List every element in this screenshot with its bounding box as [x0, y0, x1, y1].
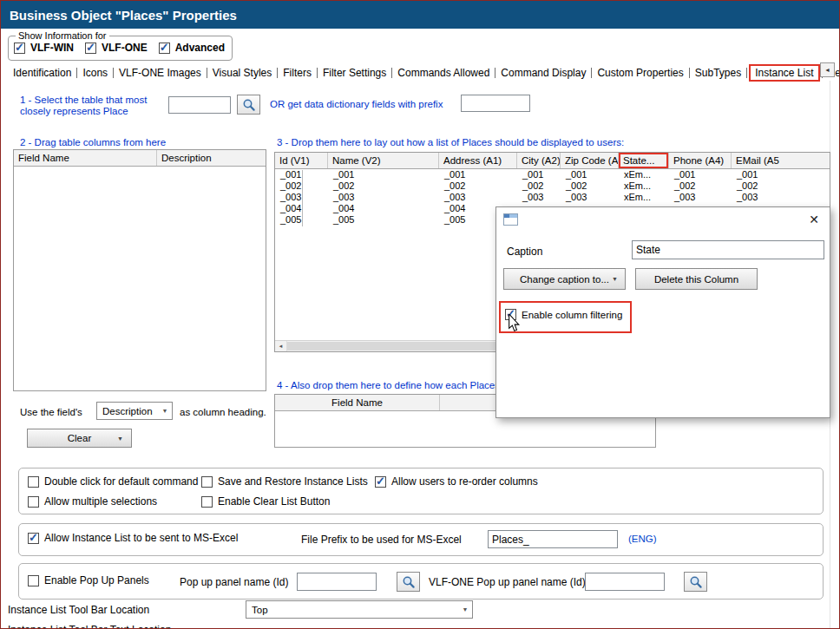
checkbox-label: Allow Instance List to be sent to MS-Exc… — [44, 532, 238, 544]
step3-label: 3 - Drop them here to lay out how a list… — [277, 137, 624, 147]
delete-column-label: Delete this Column — [654, 274, 738, 285]
scroll-left-arrow-icon[interactable]: ◄ — [275, 341, 287, 351]
heading-field-dropdown[interactable]: Description ▼ — [96, 402, 173, 420]
option-save-restore-lists[interactable]: Save and Restore Instance Lists — [201, 475, 368, 488]
column-header-id[interactable]: Id (V1) — [275, 153, 328, 168]
vlfone-popup-panel-input[interactable] — [585, 573, 665, 591]
vlf-one-checkbox[interactable] — [85, 43, 96, 54]
use-field-prefix-label: Use the field's — [20, 407, 82, 417]
table-name-input[interactable] — [168, 96, 231, 114]
toolbar-location-label: Instance List Tool Bar Location — [8, 604, 149, 616]
column-header-email[interactable]: EMail (A5 — [732, 153, 830, 168]
clear-button-label: Clear — [68, 433, 91, 443]
toolbar-location-dropdown[interactable]: Top ▼ — [246, 600, 473, 619]
enable-clear-list-checkbox[interactable] — [201, 496, 213, 508]
multiple-selections-checkbox[interactable] — [28, 496, 39, 508]
option-send-to-excel[interactable]: Allow Instance List to be sent to MS-Exc… — [28, 532, 238, 544]
cell: _001 — [561, 169, 619, 180]
enable-column-filtering-option[interactable]: Enable column filtering — [505, 309, 622, 320]
option-enable-popup-panels[interactable]: Enable Pop Up Panels — [28, 574, 149, 586]
table-row: _001_001_001_001_001xEm..._001_001 — [275, 169, 830, 180]
cell: _001 — [669, 169, 732, 180]
file-prefix-input[interactable] — [488, 530, 618, 548]
column-heading-suffix-label: as column heading. — [180, 407, 266, 417]
column-properties-dialog: ✕ Caption Change caption to... ▼ Delete … — [495, 206, 830, 418]
down-arrow-icon: ▼ — [117, 436, 123, 442]
tab-identification[interactable]: Identification — [8, 67, 76, 79]
table-search-button[interactable] — [237, 95, 260, 115]
tab-command-display[interactable]: Command Display — [495, 67, 591, 79]
advanced-label: Advanced — [175, 42, 225, 54]
vlf-win-option[interactable]: VLF-WIN — [14, 42, 74, 54]
popup-panel-search-button[interactable] — [397, 572, 420, 592]
clear-button[interactable]: Clear ▼ — [27, 429, 132, 448]
cell: _002 — [517, 180, 561, 192]
option-double-click-default-command[interactable]: Double click for default command — [28, 475, 198, 488]
option-multiple-selections[interactable]: Allow multiple selections — [28, 495, 157, 508]
tab-filter-settings[interactable]: Filter Settings — [318, 67, 391, 79]
reorder-columns-checkbox[interactable] — [375, 476, 386, 488]
tab-vlf-one-images[interactable]: VLF-ONE Images — [114, 67, 207, 79]
option-reorder-columns[interactable]: Allow users to re-order columns — [375, 475, 538, 488]
cell: _003 — [517, 192, 561, 203]
tab-instance-list[interactable]: Instance List — [749, 64, 819, 82]
search-icon — [689, 575, 703, 589]
change-caption-button[interactable]: Change caption to... ▼ — [503, 268, 626, 290]
tab-commands-allowed[interactable]: Commands Allowed — [392, 67, 495, 79]
column-header-name[interactable]: Name (V2) — [328, 153, 439, 168]
cell: _001 — [517, 169, 561, 180]
checkbox-label: Enable Pop Up Panels — [44, 574, 149, 586]
column-header-city[interactable]: City (A2) — [517, 153, 561, 168]
vlfone-popup-panel-search-button[interactable] — [684, 572, 707, 592]
vlf-win-label: VLF-WIN — [30, 42, 74, 54]
tab-filters[interactable]: Filters — [278, 67, 317, 79]
option-enable-clear-list[interactable]: Enable Clear List Button — [201, 495, 330, 508]
column-header-phone[interactable]: Phone (A4) — [669, 153, 732, 168]
enable-popup-panels-checkbox[interactable] — [28, 575, 39, 586]
advanced-option[interactable]: Advanced — [159, 42, 225, 54]
down-arrow-icon: ▼ — [458, 606, 472, 613]
field-name-column-header[interactable]: Field Name — [14, 150, 157, 166]
cell: _002 — [669, 180, 732, 192]
send-to-excel-checkbox[interactable] — [28, 533, 39, 544]
tab-icons[interactable]: Icons — [77, 67, 113, 79]
vlfone-popup-panel-label: VLF-ONE Pop up panel name (Id) — [429, 576, 586, 588]
column-header-address[interactable]: Address (A1) — [439, 153, 517, 168]
column-divider — [302, 170, 303, 226]
down-arrow-icon: ▼ — [612, 276, 618, 282]
description-column-header[interactable]: Description — [157, 150, 266, 166]
down-arrow-icon: ▼ — [158, 408, 172, 414]
cell: _001 — [732, 169, 830, 180]
file-prefix-label: File Prefix to be used for MS-Excel — [301, 534, 462, 546]
window-icon — [503, 213, 518, 228]
column-header-state[interactable]: State... — [619, 153, 669, 168]
cell: _003 — [561, 192, 619, 203]
properties-window: Business Object "Places" Properties Show… — [0, 0, 840, 629]
popup-panel-name-label: Pop up panel name (Id) — [180, 576, 288, 588]
field-name-column-header[interactable]: Field Name — [275, 395, 440, 410]
list-options-group: Double click for default command Save an… — [18, 468, 824, 514]
popup-panel-name-input[interactable] — [297, 573, 377, 591]
caption-input[interactable] — [632, 240, 824, 259]
tab-subtypes[interactable]: SubTypes — [690, 67, 746, 79]
tab-visual-styles[interactable]: Visual Styles — [207, 67, 277, 79]
save-restore-checkbox[interactable] — [201, 476, 213, 488]
cell: _001 — [439, 169, 517, 180]
prefix-input[interactable] — [461, 95, 530, 112]
language-link[interactable]: (ENG) — [628, 534, 657, 544]
tab-separator — [746, 68, 747, 78]
checkbox-label: Double click for default command — [44, 475, 198, 488]
tab-custom-properties[interactable]: Custom Properties — [592, 67, 688, 79]
column-header-zipcode[interactable]: Zip Code (A3) — [561, 153, 619, 168]
tab-scroll-left-button[interactable]: ◄ — [820, 62, 835, 77]
left-arrow-icon: ◄ — [824, 67, 830, 73]
checkbox-label: Save and Restore Instance Lists — [218, 475, 368, 488]
vlf-one-option[interactable]: VLF-ONE — [85, 42, 148, 54]
cell: _003 — [439, 192, 517, 203]
cell: _001 — [328, 169, 439, 180]
close-icon[interactable]: ✕ — [809, 213, 819, 226]
vlf-win-checkbox[interactable] — [14, 43, 25, 54]
delete-column-button[interactable]: Delete this Column — [635, 268, 758, 290]
advanced-checkbox[interactable] — [159, 43, 170, 54]
double-click-checkbox[interactable] — [28, 476, 39, 488]
